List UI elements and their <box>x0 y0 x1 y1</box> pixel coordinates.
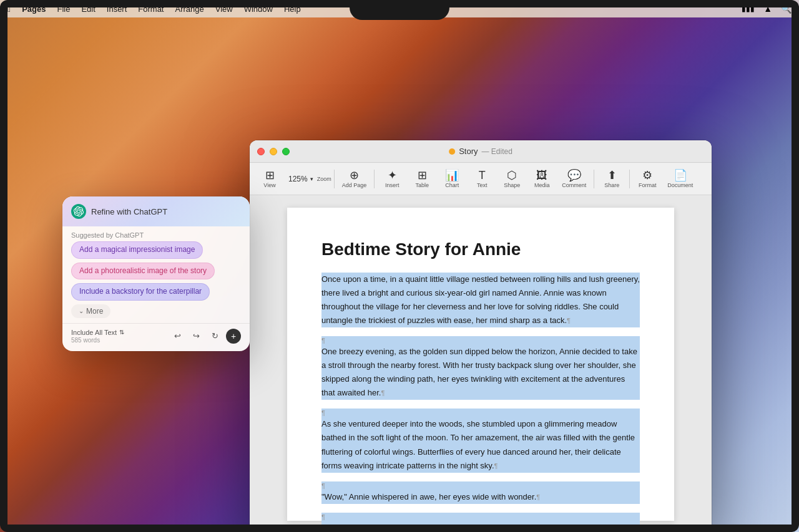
apple-menu[interactable]:  <box>7 4 11 14</box>
paragraph-4[interactable]: "Wow," Annie whispered in awe, her eyes … <box>321 490 640 504</box>
include-text[interactable]: Include All Text ⇅ <box>71 329 124 336</box>
suggestions-container: Add a magical impressionist image Add a … <box>62 241 250 301</box>
comment-icon: 💬 <box>567 170 581 181</box>
toolbar-divider-2 <box>374 170 375 188</box>
redo-icon: ↪ <box>193 331 200 341</box>
menubar-window[interactable]: Window <box>244 4 273 14</box>
comment-label: Comment <box>562 182 586 188</box>
redo-button[interactable]: ↪ <box>189 329 203 344</box>
footer-left: Include All Text ⇅ 585 words <box>71 329 124 344</box>
edited-label: — Edited <box>481 147 512 156</box>
include-text-arrow: ⇅ <box>119 329 124 336</box>
suggestion-1[interactable]: Add a magical impressionist image <box>71 241 203 259</box>
suggestion-2-text: Add a photorealistic image of the story <box>79 266 207 276</box>
menubar-right: ▮▮▮ ▲ 🔍 <box>742 4 792 14</box>
suggestion-3-text: Include a backstory for the caterpillar <box>79 287 202 297</box>
word-count: 585 words <box>71 337 124 344</box>
add-page-label: Add Page <box>342 182 367 188</box>
pages-window: Story — Edited ⊞ View 125% ▾ Zoom ⊕ Add … <box>250 140 712 532</box>
suggestions-label: Suggested by ChatGPT <box>62 226 250 241</box>
chatgpt-input[interactable]: Refine with ChatGPT <box>91 207 167 216</box>
menubar-format[interactable]: Format <box>138 4 164 14</box>
table-icon: ⊞ <box>418 170 427 181</box>
shape-button[interactable]: ⬡ Shape <box>497 167 527 191</box>
media-button[interactable]: 🖼 Media <box>527 167 557 191</box>
paragraph-1[interactable]: Once upon a time, in a quaint little vil… <box>321 273 640 327</box>
undo-icon: ↩ <box>174 331 181 341</box>
table-label: Table <box>416 182 429 188</box>
add-page-button[interactable]: ⊕ Add Page <box>337 167 372 191</box>
menubar-file[interactable]: File <box>57 4 70 14</box>
wifi-icon: ▲ <box>763 4 772 14</box>
paragraph-2-text: One breezy evening, as the golden sun di… <box>321 347 637 397</box>
shape-icon: ⬡ <box>507 170 517 181</box>
toolbar-divider-3 <box>594 170 594 188</box>
undo-button[interactable]: ↩ <box>170 329 185 344</box>
document-heading: Bedtime Story for Annie <box>321 239 640 260</box>
chatgpt-input-row[interactable]: Refine with ChatGPT <box>62 196 250 226</box>
chart-icon: 📊 <box>445 170 459 181</box>
battery-icon: ▮▮▮ <box>742 4 755 13</box>
media-label: Media <box>534 182 550 188</box>
paragraph-4-text: "Wow," Annie whispered in awe, her eyes … <box>321 492 540 501</box>
toolbar-divider-1 <box>334 170 335 188</box>
pages-titlebar: Story — Edited <box>250 140 712 163</box>
window-title: Story — Edited <box>449 147 512 156</box>
suggestion-1-text: Add a magical impressionist image <box>79 245 195 255</box>
refresh-button[interactable]: ↻ <box>207 329 222 344</box>
view-icon: ⊞ <box>265 170 275 181</box>
add-button[interactable]: + <box>226 329 241 344</box>
document-page[interactable]: Bedtime Story for Annie Once upon a time… <box>287 208 674 521</box>
minimize-button[interactable] <box>270 148 277 155</box>
paragraph-5-text: But what truly caught her attention was … <box>321 523 639 532</box>
format-button[interactable]: ⚙ Format <box>632 167 662 191</box>
share-icon: ⬆ <box>607 170 617 181</box>
insert-label: Insert <box>385 182 400 188</box>
include-text-label: Include All Text <box>71 329 117 336</box>
document-label: Document <box>667 182 693 188</box>
menubar-insert[interactable]: Insert <box>107 4 127 14</box>
suggestion-3[interactable]: Include a backstory for the caterpillar <box>71 283 210 301</box>
paragraph-5[interactable]: But what truly caught her attention was … <box>321 521 640 532</box>
menubar-edit[interactable]: Edit <box>81 4 95 14</box>
paragraph-3-text: As she ventured deeper into the woods, s… <box>321 419 635 470</box>
menubar-view[interactable]: View <box>215 4 233 14</box>
zoom-label: Zoom <box>317 176 331 182</box>
suggestion-2[interactable]: Add a photorealistic image of the story <box>71 263 215 280</box>
chevron-down-icon: ⌄ <box>79 307 84 314</box>
media-icon: 🖼 <box>536 170 547 181</box>
share-label: Share <box>604 182 619 188</box>
zoom-control[interactable]: 125% ▾ <box>285 172 317 186</box>
close-button[interactable] <box>257 148 265 155</box>
chatgpt-footer: Include All Text ⇅ 585 words ↩ ↪ ↻ + <box>62 323 250 344</box>
format-label: Format <box>639 182 657 188</box>
insert-icon: ✦ <box>388 170 397 181</box>
text-label: Text <box>477 182 488 188</box>
view-button[interactable]: ⊞ View <box>255 167 285 191</box>
share-button[interactable]: ⬆ Share <box>597 167 627 191</box>
zoom-chevron: ▾ <box>310 176 313 182</box>
text-button[interactable]: T Text <box>467 167 497 191</box>
chart-button[interactable]: 📊 Chart <box>437 167 467 191</box>
search-icon[interactable]: 🔍 <box>781 4 792 14</box>
insert-button[interactable]: ✦ Insert <box>377 167 407 191</box>
more-label: More <box>86 307 103 316</box>
document-button[interactable]: 📄 Document <box>662 167 698 191</box>
menubar-help[interactable]: Help <box>284 4 301 14</box>
document-title: Story <box>459 147 478 156</box>
add-page-icon: ⊕ <box>350 170 359 181</box>
fullscreen-button[interactable] <box>282 148 290 155</box>
paragraph-2[interactable]: One breezy evening, as the golden sun di… <box>321 345 640 400</box>
format-icon: ⚙ <box>642 170 652 181</box>
comment-button[interactable]: 💬 Comment <box>557 167 591 191</box>
empty-line-1: ¶ <box>321 336 640 345</box>
menubar-arrange[interactable]: Arrange <box>175 4 203 14</box>
zoom-value: 125% <box>288 175 308 183</box>
more-button[interactable]: ⌄ More <box>71 304 110 318</box>
paragraph-3[interactable]: As she ventured deeper into the woods, s… <box>321 417 640 472</box>
table-button[interactable]: ⊞ Table <box>407 167 437 191</box>
menubar-app-name[interactable]: Pages <box>22 4 46 14</box>
empty-line-2: ¶ <box>321 409 640 417</box>
empty-line-4: ¶ <box>321 513 640 521</box>
chatgpt-logo <box>71 204 86 219</box>
